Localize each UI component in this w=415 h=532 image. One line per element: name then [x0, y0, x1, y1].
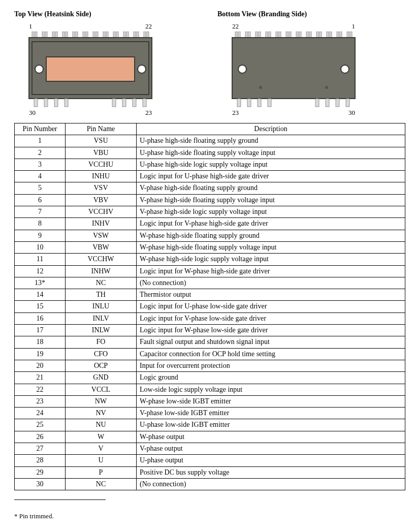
svg-rect-73 [346, 99, 349, 107]
svg-rect-72 [336, 99, 339, 107]
table-header-row: Pin Number Pin Name Description [15, 123, 405, 135]
cell-pin-name: INLV [66, 312, 137, 324]
cell-description: W-phase high-side floating supply ground [137, 230, 405, 241]
svg-rect-66 [237, 99, 241, 107]
svg-rect-38 [238, 32, 240, 38]
svg-rect-2 [42, 32, 44, 38]
cell-description: Thermistor output [137, 289, 405, 301]
svg-rect-14 [103, 32, 105, 38]
table-row: 29PPositive DC bus supply voltage [15, 466, 405, 478]
top-view-pin-br: 23 [145, 109, 152, 117]
cell-description: Capacitor connection for OCP hold time s… [137, 348, 405, 360]
svg-rect-15 [106, 32, 108, 38]
table-row: 26WW-phase output [15, 431, 405, 443]
svg-rect-68 [258, 99, 261, 107]
cell-pin-number: 7 [15, 206, 66, 218]
top-view-pin-tl: 1 [29, 22, 33, 30]
cell-pin-number: 8 [15, 218, 66, 230]
pin-description-table: Pin Number Pin Name Description 1VSUU-ph… [14, 123, 405, 490]
cell-pin-number: 3 [15, 159, 66, 170]
svg-rect-8 [73, 32, 75, 38]
table-row: 25NUU-phase low-side IGBT emitter [15, 419, 405, 431]
cell-pin-number: 19 [15, 348, 66, 360]
cell-pin-name: OCP [66, 360, 137, 371]
cell-description: Logic input for U-phase low-side gate dr… [137, 301, 405, 312]
cell-pin-number: 11 [15, 254, 66, 265]
cell-description: V-phase high-side floating supply ground [137, 182, 405, 194]
table-row: 20OCPInput for overcurrent protection [15, 360, 405, 371]
svg-rect-21 [137, 32, 139, 38]
cell-pin-name: NW [66, 395, 137, 407]
svg-rect-61 [232, 38, 355, 99]
cell-pin-number: 18 [15, 336, 66, 348]
cell-description: Logic input for W-phase high-side gate d… [137, 265, 405, 277]
svg-rect-29 [34, 99, 38, 107]
table-row: 8INHVLogic input for V-phase high-side g… [15, 218, 405, 230]
cell-pin-name: W [66, 431, 137, 443]
table-row: 2VBUU-phase high-side floating supply vo… [15, 147, 405, 159]
svg-rect-55 [327, 32, 329, 38]
svg-point-27 [35, 65, 43, 73]
table-row: 19CFOCapacitor connection for OCP hold t… [15, 348, 405, 360]
cell-pin-number: 28 [15, 455, 66, 466]
svg-point-62 [238, 65, 246, 73]
svg-rect-1 [35, 32, 37, 38]
cell-pin-name: VSU [66, 135, 137, 147]
svg-rect-4 [52, 32, 54, 38]
cell-description: Input for overcurrent protection [137, 360, 405, 371]
svg-rect-22 [144, 32, 146, 38]
table-row: 5VSVV-phase high-side floating supply gr… [15, 182, 405, 194]
cell-pin-number: 16 [15, 312, 66, 324]
top-view-pin-bl: 30 [29, 109, 36, 117]
table-row: 22VCCLLow-side logic supply voltage inpu… [15, 384, 405, 395]
cell-description: V-phase output [137, 443, 405, 455]
bottom-view-pin-tl: 22 [232, 22, 239, 30]
cell-pin-name: NC [66, 277, 137, 289]
cell-description: W-phase high-side logic supply voltage i… [137, 254, 405, 265]
cell-pin-number: 21 [15, 372, 66, 384]
cell-description: Logic ground [137, 372, 405, 384]
svg-rect-45 [276, 32, 278, 38]
cell-pin-name: VCCHW [66, 254, 137, 265]
bottom-view-figure: 22 1 [230, 22, 357, 117]
cell-pin-number: 10 [15, 241, 66, 253]
table-row: 14THThermistor output [15, 289, 405, 301]
cell-pin-name: VSW [66, 230, 137, 241]
bottom-view-title: Bottom View (Branding Side) [217, 10, 370, 18]
top-view-block: Top View (Heatsink Side) 1 22 [14, 10, 167, 117]
table-row: 1VSUU-phase high-side floating supply gr… [15, 135, 405, 147]
cell-pin-number: 20 [15, 360, 66, 371]
svg-rect-19 [126, 32, 129, 38]
cell-pin-name: INHW [66, 265, 137, 277]
svg-rect-43 [266, 32, 268, 38]
table-row: 17INLWLogic input for W-phase low-side g… [15, 325, 405, 336]
svg-rect-23 [147, 32, 149, 38]
svg-rect-40 [248, 32, 250, 38]
svg-rect-12 [93, 32, 95, 38]
svg-rect-69 [268, 99, 271, 107]
footnote-rule [14, 499, 106, 500]
table-row: 27VV-phase output [15, 443, 405, 455]
svg-rect-39 [245, 32, 247, 38]
cell-pin-name: VBW [66, 241, 137, 253]
cell-pin-number: 13* [15, 277, 66, 289]
cell-description: W-phase low-side IGBT emitter [137, 395, 405, 407]
cell-description: Logic input for U-phase high-side gate d… [137, 171, 405, 182]
cell-pin-name: INLU [66, 301, 137, 312]
cell-description: (No connection) [137, 277, 405, 289]
package-top-icon [27, 32, 154, 108]
cell-pin-name: NV [66, 408, 137, 419]
cell-pin-number: 24 [15, 408, 66, 419]
top-view-figure: 1 22 [27, 22, 154, 117]
cell-pin-name: P [66, 466, 137, 478]
svg-rect-47 [286, 32, 288, 38]
svg-rect-3 [45, 32, 47, 38]
table-row: 3VCCHUU-phase high-side logic supply vol… [15, 159, 405, 170]
cell-pin-number: 1 [15, 135, 66, 147]
cell-description: (No connection) [137, 478, 405, 490]
cell-pin-name: NC [66, 478, 137, 490]
svg-rect-18 [123, 32, 125, 38]
svg-rect-60 [350, 32, 352, 38]
table-row: 11VCCHWW-phase high-side logic supply vo… [15, 254, 405, 265]
svg-rect-31 [54, 99, 58, 107]
